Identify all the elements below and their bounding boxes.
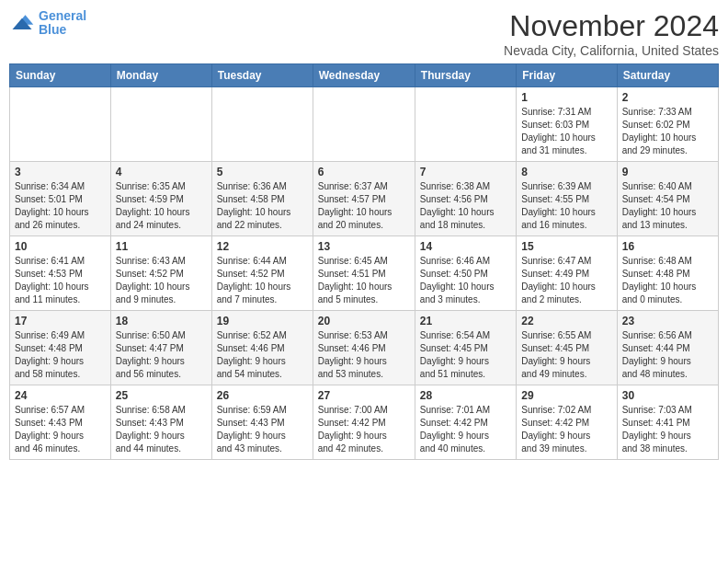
calendar-cell: 28Sunrise: 7:01 AMSunset: 4:42 PMDayligh… [415,385,516,460]
cell-info: Sunrise: 6:48 AMSunset: 4:48 PMDaylight:… [622,255,713,306]
calendar-cell: 29Sunrise: 7:02 AMSunset: 4:42 PMDayligh… [517,385,617,460]
cell-info: Sunrise: 6:41 AMSunset: 4:53 PMDaylight:… [15,255,106,306]
day-number: 11 [116,240,207,253]
day-number: 8 [521,166,611,178]
calendar-cell: 7Sunrise: 6:38 AMSunset: 4:56 PMDaylight… [415,162,516,236]
title-block: November 2024 Nevada City, California, U… [504,9,719,58]
weekday-sunday: Sunday [10,64,111,87]
cell-info: Sunrise: 6:40 AMSunset: 4:54 PMDaylight:… [622,180,713,232]
calendar-cell: 15Sunrise: 6:47 AMSunset: 4:49 PMDayligh… [517,236,617,311]
calendar-cell: 18Sunrise: 6:50 AMSunset: 4:47 PMDayligh… [110,311,211,385]
calendar-cell: 5Sunrise: 6:36 AMSunset: 4:58 PMDaylight… [211,162,313,236]
calendar-cell: 4Sunrise: 6:35 AMSunset: 4:59 PMDaylight… [110,162,211,236]
day-number: 28 [420,389,511,402]
cell-info: Sunrise: 6:58 AMSunset: 4:43 PMDaylight:… [116,404,207,455]
page-header: General Blue November 2024 Nevada City, … [9,9,719,58]
logo: General Blue [9,9,86,38]
calendar-body: 1Sunrise: 7:31 AMSunset: 6:03 PMDaylight… [10,87,719,460]
calendar-cell: 26Sunrise: 6:59 AMSunset: 4:43 PMDayligh… [211,385,313,460]
day-number: 15 [521,240,611,253]
calendar-cell: 23Sunrise: 6:56 AMSunset: 4:44 PMDayligh… [617,311,718,385]
cell-info: Sunrise: 7:33 AMSunset: 6:02 PMDaylight:… [622,106,713,157]
calendar-cell: 6Sunrise: 6:37 AMSunset: 4:57 PMDaylight… [313,162,415,236]
day-number: 17 [15,315,106,327]
month-title: November 2024 [504,9,719,43]
calendar-cell: 1Sunrise: 7:31 AMSunset: 6:03 PMDaylight… [517,87,617,162]
day-number: 1 [521,91,611,104]
day-number: 26 [217,389,308,402]
calendar-cell: 10Sunrise: 6:41 AMSunset: 4:53 PMDayligh… [10,236,111,311]
day-number: 7 [420,166,511,178]
cell-info: Sunrise: 6:52 AMSunset: 4:46 PMDaylight:… [217,329,308,381]
calendar-cell: 16Sunrise: 6:48 AMSunset: 4:48 PMDayligh… [617,236,718,311]
week-row-5: 24Sunrise: 6:57 AMSunset: 4:43 PMDayligh… [10,385,719,460]
day-number: 2 [622,91,713,104]
cell-info: Sunrise: 6:35 AMSunset: 4:59 PMDaylight:… [116,180,207,232]
day-number: 9 [622,166,713,178]
day-number: 14 [420,240,511,253]
calendar-cell: 27Sunrise: 7:00 AMSunset: 4:42 PMDayligh… [313,385,415,460]
weekday-header-row: SundayMondayTuesdayWednesdayThursdayFrid… [10,64,719,87]
cell-info: Sunrise: 7:00 AMSunset: 4:42 PMDaylight:… [318,404,410,455]
day-number: 12 [217,240,308,253]
location: Nevada City, California, United States [504,43,719,58]
calendar-cell: 19Sunrise: 6:52 AMSunset: 4:46 PMDayligh… [211,311,313,385]
calendar-cell [10,87,111,162]
day-number: 21 [420,315,511,327]
cell-info: Sunrise: 6:39 AMSunset: 4:55 PMDaylight:… [521,180,611,232]
logo-line2: Blue [39,22,66,37]
day-number: 13 [318,240,410,253]
cell-info: Sunrise: 6:38 AMSunset: 4:56 PMDaylight:… [420,180,511,232]
weekday-friday: Friday [517,64,617,87]
calendar-cell: 24Sunrise: 6:57 AMSunset: 4:43 PMDayligh… [10,385,111,460]
day-number: 4 [116,166,207,178]
day-number: 6 [318,166,410,178]
week-row-3: 10Sunrise: 6:41 AMSunset: 4:53 PMDayligh… [10,236,719,311]
calendar-cell [415,87,516,162]
cell-info: Sunrise: 6:43 AMSunset: 4:52 PMDaylight:… [116,255,207,306]
day-number: 25 [116,389,207,402]
calendar-cell: 8Sunrise: 6:39 AMSunset: 4:55 PMDaylight… [517,162,617,236]
day-number: 24 [15,389,106,402]
cell-info: Sunrise: 6:55 AMSunset: 4:45 PMDaylight:… [521,329,611,381]
day-number: 30 [622,389,713,402]
cell-info: Sunrise: 6:45 AMSunset: 4:51 PMDaylight:… [318,255,410,306]
cell-info: Sunrise: 6:54 AMSunset: 4:45 PMDaylight:… [420,329,511,381]
weekday-wednesday: Wednesday [313,64,415,87]
calendar-cell: 17Sunrise: 6:49 AMSunset: 4:48 PMDayligh… [10,311,111,385]
calendar-cell: 21Sunrise: 6:54 AMSunset: 4:45 PMDayligh… [415,311,516,385]
cell-info: Sunrise: 6:36 AMSunset: 4:58 PMDaylight:… [217,180,308,232]
weekday-tuesday: Tuesday [211,64,313,87]
week-row-4: 17Sunrise: 6:49 AMSunset: 4:48 PMDayligh… [10,311,719,385]
day-number: 23 [622,315,713,327]
day-number: 27 [318,389,410,402]
day-number: 16 [622,240,713,253]
calendar-cell: 13Sunrise: 6:45 AMSunset: 4:51 PMDayligh… [313,236,415,311]
cell-info: Sunrise: 6:34 AMSunset: 5:01 PMDaylight:… [15,180,106,232]
cell-info: Sunrise: 6:56 AMSunset: 4:44 PMDaylight:… [622,329,713,381]
calendar-cell: 9Sunrise: 6:40 AMSunset: 4:54 PMDaylight… [617,162,718,236]
day-number: 18 [116,315,207,327]
logo-line1: General [39,8,86,23]
cell-info: Sunrise: 6:37 AMSunset: 4:57 PMDaylight:… [318,180,410,232]
day-number: 19 [217,315,308,327]
cell-info: Sunrise: 6:59 AMSunset: 4:43 PMDaylight:… [217,404,308,455]
cell-info: Sunrise: 6:44 AMSunset: 4:52 PMDaylight:… [217,255,308,306]
cell-info: Sunrise: 6:49 AMSunset: 4:48 PMDaylight:… [15,329,106,381]
calendar-cell: 2Sunrise: 7:33 AMSunset: 6:02 PMDaylight… [617,87,718,162]
weekday-saturday: Saturday [617,64,718,87]
day-number: 5 [217,166,308,178]
calendar-cell: 12Sunrise: 6:44 AMSunset: 4:52 PMDayligh… [211,236,313,311]
cell-info: Sunrise: 6:53 AMSunset: 4:46 PMDaylight:… [318,329,410,381]
cell-info: Sunrise: 7:31 AMSunset: 6:03 PMDaylight:… [521,106,611,157]
weekday-monday: Monday [110,64,211,87]
day-number: 22 [521,315,611,327]
cell-info: Sunrise: 6:50 AMSunset: 4:47 PMDaylight:… [116,329,207,381]
cell-info: Sunrise: 7:02 AMSunset: 4:42 PMDaylight:… [521,404,611,455]
cell-info: Sunrise: 7:01 AMSunset: 4:42 PMDaylight:… [420,404,511,455]
day-number: 3 [15,166,106,178]
logo-icon [9,10,35,36]
logo-text: General Blue [39,9,86,38]
cell-info: Sunrise: 6:46 AMSunset: 4:50 PMDaylight:… [420,255,511,306]
calendar-cell: 14Sunrise: 6:46 AMSunset: 4:50 PMDayligh… [415,236,516,311]
